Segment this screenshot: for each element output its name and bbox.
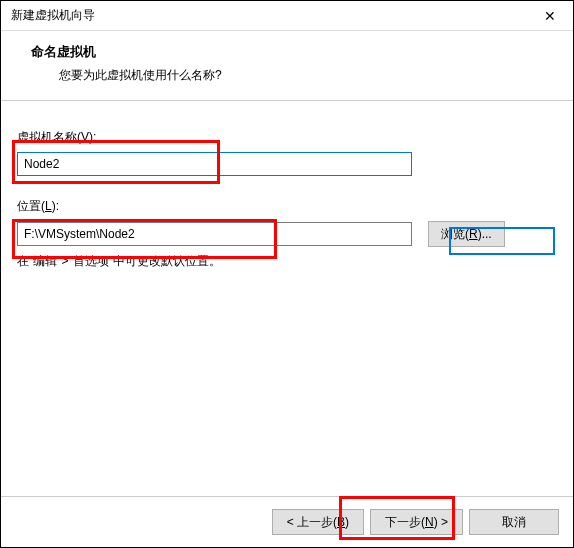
vm-name-input[interactable] [17,152,412,176]
page-subtitle: 您要为此虚拟机使用什么名称? [59,67,553,84]
location-input[interactable] [17,222,412,246]
location-row: 浏览(R)... [17,221,557,247]
back-button[interactable]: < 上一步(B) [272,509,364,535]
vm-name-label: 虚拟机名称(V): [17,129,557,146]
location-label: 位置(L): [17,198,557,215]
hint-text: 在"编辑">"首选项"中可更改默认位置。 [17,253,557,270]
close-icon: ✕ [544,8,556,24]
browse-button[interactable]: 浏览(R)... [428,221,505,247]
titlebar: 新建虚拟机向导 ✕ [1,1,573,31]
window-title: 新建虚拟机向导 [11,7,95,24]
wizard-header: 命名虚拟机 您要为此虚拟机使用什么名称? [1,31,573,101]
cancel-button[interactable]: 取消 [469,509,559,535]
vm-name-group: 虚拟机名称(V): [17,129,557,176]
wizard-content: 虚拟机名称(V): 位置(L): 浏览(R)... 在"编辑">"首选项"中可更… [1,101,573,496]
location-group: 位置(L): 浏览(R)... [17,198,557,247]
page-title: 命名虚拟机 [31,43,553,61]
next-button[interactable]: 下一步(N) > [370,509,463,535]
close-button[interactable]: ✕ [535,4,565,28]
wizard-footer: < 上一步(B) 下一步(N) > 取消 [1,496,573,547]
wizard-window: 新建虚拟机向导 ✕ 命名虚拟机 您要为此虚拟机使用什么名称? 虚拟机名称(V):… [0,0,574,548]
